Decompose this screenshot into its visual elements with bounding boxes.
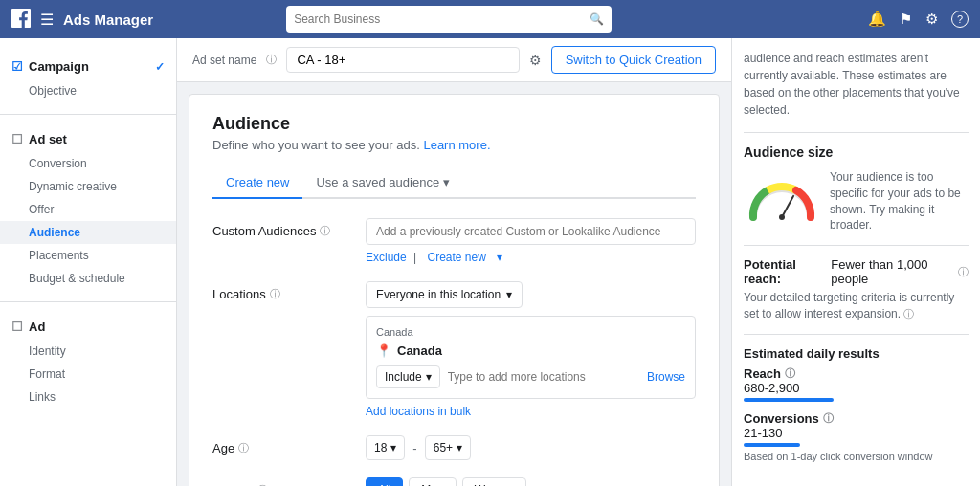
audience-container: Audience Define who you want to see your…: [189, 94, 720, 486]
reach-bar: [744, 398, 834, 402]
sidebar-item-identity[interactable]: Identity: [0, 340, 176, 363]
audience-subtitle: Define who you want to see your ads. Lea…: [212, 138, 696, 152]
custom-audiences-row: Custom Audiences ⓘ Exclude | Create new …: [212, 218, 696, 264]
sidebar-item-dynamic-creative[interactable]: Dynamic creative: [0, 175, 176, 198]
age-controls: 18 ▾ - 65+ ▾: [366, 435, 696, 460]
hamburger-icon[interactable]: ☰: [40, 11, 54, 29]
create-new-arrow: ▾: [497, 251, 502, 264]
audience-tabs: Create new Use a saved audience ▾: [212, 167, 696, 199]
search-icon: 🔍: [590, 12, 604, 26]
locations-info-icon: ⓘ: [270, 287, 280, 301]
svg-point-1: [779, 214, 785, 220]
age-row: Age ⓘ 18 ▾ - 65+ ▾: [212, 435, 696, 460]
gender-women-button[interactable]: Women: [462, 477, 526, 486]
sidebar-item-conversion[interactable]: Conversion: [0, 152, 176, 175]
learn-more-link[interactable]: Learn more.: [423, 138, 490, 152]
adset-name-input[interactable]: [286, 47, 519, 73]
sidebar-item-budget-schedule[interactable]: Budget & schedule: [0, 267, 176, 290]
gear-icon[interactable]: ⚙: [925, 11, 938, 28]
locations-label: Locations: [212, 287, 266, 301]
age-label: Age: [212, 441, 234, 455]
location-include-row: Include ▾ Browse: [376, 365, 685, 388]
tab-create-new[interactable]: Create new: [212, 167, 302, 199]
gender-row: Gender ⓘ All Men Women: [212, 477, 696, 486]
sidebar-item-placements[interactable]: Placements: [0, 244, 176, 267]
location-name: Canada: [397, 343, 442, 358]
gauge-description: Your audience is too specific for your a…: [830, 169, 969, 233]
main-content: Ad set name ⓘ ⚙ Switch to Quick Creation…: [177, 38, 731, 486]
location-pin-row: 📍 Canada: [376, 343, 685, 358]
potential-reach-row: Potential reach: Fewer than 1,000 people…: [744, 257, 969, 322]
adset-info-icon: ⓘ: [266, 53, 277, 67]
switch-creation-button[interactable]: Switch to Quick Creation: [551, 46, 716, 74]
adset-name-label: Ad set name: [192, 54, 256, 67]
conversions-note: Based on 1-day click conversion window: [744, 451, 969, 462]
include-arrow: ▾: [426, 370, 432, 384]
conversions-info-icon: ⓘ: [823, 411, 834, 426]
search-bar: 🔍: [286, 6, 612, 33]
conversions-daily-item: Conversions ⓘ 21-130 Based on 1-day clic…: [744, 411, 969, 462]
location-box: Canada 📍 Canada Include ▾ Browse: [366, 316, 696, 399]
country-label: Canada: [376, 326, 685, 338]
gauge-container: Speci... Broad Your audience is too spec…: [744, 169, 969, 233]
sidebar-ad-header[interactable]: ☐ Ad: [0, 314, 176, 340]
sidebar-item-audience[interactable]: Audience: [0, 221, 176, 244]
adset-name-bar: Ad set name ⓘ ⚙ Switch to Quick Creation: [177, 38, 731, 82]
gender-men-button[interactable]: Men: [409, 477, 456, 486]
tab-saved-audience[interactable]: Use a saved audience ▾: [302, 167, 463, 199]
right-panel-warning: audience and reach estimates aren't curr…: [744, 50, 969, 119]
browse-button[interactable]: Browse: [647, 370, 685, 384]
bell-icon[interactable]: 🔔: [868, 11, 886, 28]
audience-title: Audience: [212, 114, 696, 134]
location-dropdown-arrow: ▾: [506, 288, 512, 301]
reach-daily-item: Reach ⓘ 680-2,900: [744, 366, 969, 402]
location-type-input[interactable]: [448, 370, 639, 384]
audience-size-title: Audience size: [744, 144, 969, 160]
age-info-icon: ⓘ: [238, 441, 249, 455]
facebook-logo: [11, 9, 31, 31]
reach-value: 680-2,900: [744, 381, 969, 395]
adset-gear-icon[interactable]: ⚙: [529, 53, 542, 68]
sidebar-adset-label: Ad set: [29, 132, 67, 146]
add-bulk-link[interactable]: Add locations in bulk: [366, 405, 471, 418]
age-max-arrow: ▾: [457, 441, 462, 454]
daily-results-title: Estimated daily results: [744, 346, 969, 361]
search-input[interactable]: [294, 12, 590, 26]
sidebar: ☑ Campaign ✓ Objective ☐ Ad set Conversi…: [0, 38, 177, 486]
sidebar-campaign-header[interactable]: ☑ Campaign ✓: [0, 54, 176, 79]
daily-results-section: Estimated daily results Reach ⓘ 680-2,90…: [744, 346, 969, 462]
sidebar-adset-header[interactable]: ☐ Ad set: [0, 126, 176, 152]
tab-dropdown-arrow: ▾: [443, 175, 450, 189]
potential-reach-info-icon: ⓘ: [958, 265, 969, 279]
create-new-link[interactable]: Create new ▾: [424, 251, 507, 264]
ad-checkbox: ☐: [11, 320, 23, 334]
sidebar-ad-label: Ad: [29, 320, 45, 334]
conversions-value: 21-130: [744, 426, 969, 440]
sidebar-item-format[interactable]: Format: [0, 363, 176, 386]
sidebar-campaign-label: Campaign: [29, 59, 89, 74]
gender-all-button[interactable]: All: [366, 477, 403, 486]
sidebar-item-offer[interactable]: Offer: [0, 198, 176, 221]
svg-line-0: [782, 196, 793, 217]
reach-info-icon: ⓘ: [785, 366, 795, 381]
reach-desc-info-icon: ⓘ: [903, 308, 914, 320]
sidebar-item-links[interactable]: Links: [0, 386, 176, 409]
nav-title: Ads Manager: [63, 11, 153, 28]
help-icon[interactable]: ?: [951, 11, 969, 28]
exclude-link[interactable]: Exclude: [366, 251, 407, 264]
include-dropdown[interactable]: Include ▾: [376, 365, 440, 388]
flag-icon[interactable]: ⚑: [900, 11, 912, 28]
age-max-select[interactable]: 65+ ▾: [425, 435, 471, 460]
age-min-select[interactable]: 18 ▾: [366, 435, 405, 460]
custom-audiences-input[interactable]: [366, 218, 696, 245]
locations-row: Locations ⓘ Everyone in this location ▾ …: [212, 281, 696, 418]
location-pin-icon: 📍: [376, 343, 391, 358]
potential-reach-desc: Your detailed targeting criteria is curr…: [744, 290, 969, 322]
adset-checkbox: ☐: [11, 132, 23, 146]
nav-right-icons: 🔔 ⚑ ⚙ ?: [868, 11, 969, 28]
right-panel: audience and reach estimates aren't curr…: [731, 38, 980, 486]
location-type-dropdown[interactable]: Everyone in this location ▾: [366, 281, 523, 308]
sidebar-item-objective[interactable]: Objective: [0, 79, 176, 102]
custom-audiences-label: Custom Audiences: [212, 224, 316, 238]
top-navigation: ☰ Ads Manager 🔍 🔔 ⚑ ⚙ ?: [0, 0, 980, 38]
